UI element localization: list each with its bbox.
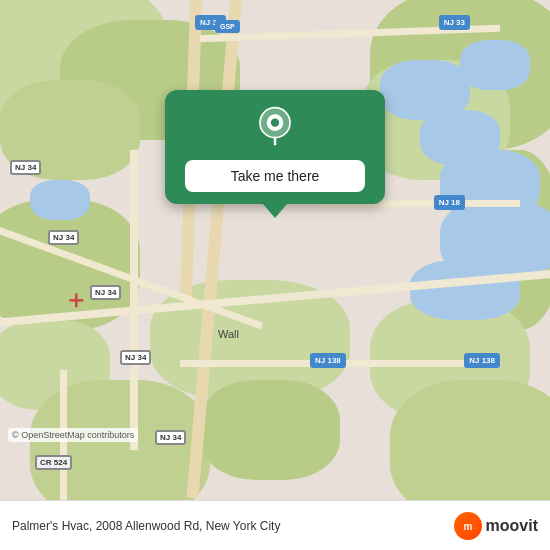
map[interactable]: NJ 34 NJ 34 NJ 34 NJ 34 NJ 34 NJ 33 NJ 3…: [0, 0, 550, 500]
route-badge-nj138-2: NJ 138: [464, 353, 500, 368]
route-badge-nj34-4: NJ 34: [120, 350, 151, 365]
water-area: [30, 180, 90, 220]
moovit-logo: m moovit: [454, 512, 538, 540]
green-area: [390, 380, 550, 500]
route-badge-nj33-2: NJ 33: [439, 15, 470, 30]
route-badge-nj138-1: NJ 138: [310, 353, 346, 368]
popup-box: Take me there: [165, 90, 385, 204]
route-badge-nj34-2: NJ 34: [48, 230, 79, 245]
location-pin-icon: [255, 106, 295, 146]
water-area: [460, 40, 530, 90]
osm-attribution: © OpenStreetMap contributors: [8, 428, 138, 442]
moovit-icon: m: [454, 512, 482, 540]
road-nj34-vertical: [130, 150, 138, 450]
bottom-bar: Palmer's Hvac, 2008 Allenwood Rd, New Yo…: [0, 500, 550, 550]
route-badge-nj34-5: NJ 34: [155, 430, 186, 445]
location-popup: Take me there: [165, 90, 385, 204]
route-badge-nj34-3: NJ 34: [90, 285, 121, 300]
route-badge-cr524: CR 524: [35, 455, 72, 470]
water-area: [410, 260, 520, 320]
moovit-icon-svg: m: [459, 517, 477, 535]
route-badge-nj34: NJ 34: [10, 160, 41, 175]
map-background: NJ 34 NJ 34 NJ 34 NJ 34 NJ 34 NJ 33 NJ 3…: [0, 0, 550, 500]
address-text: Palmer's Hvac, 2008 Allenwood Rd, New Yo…: [12, 519, 444, 533]
green-area: [200, 380, 340, 480]
svg-point-2: [271, 119, 279, 127]
map-label-wall: Wall: [218, 328, 239, 340]
moovit-text: moovit: [486, 517, 538, 535]
route-badge-gsp-1: GSP: [215, 20, 240, 33]
svg-text:m: m: [463, 521, 472, 532]
take-me-there-button[interactable]: Take me there: [185, 160, 365, 192]
route-badge-nj18: NJ 18: [434, 195, 465, 210]
